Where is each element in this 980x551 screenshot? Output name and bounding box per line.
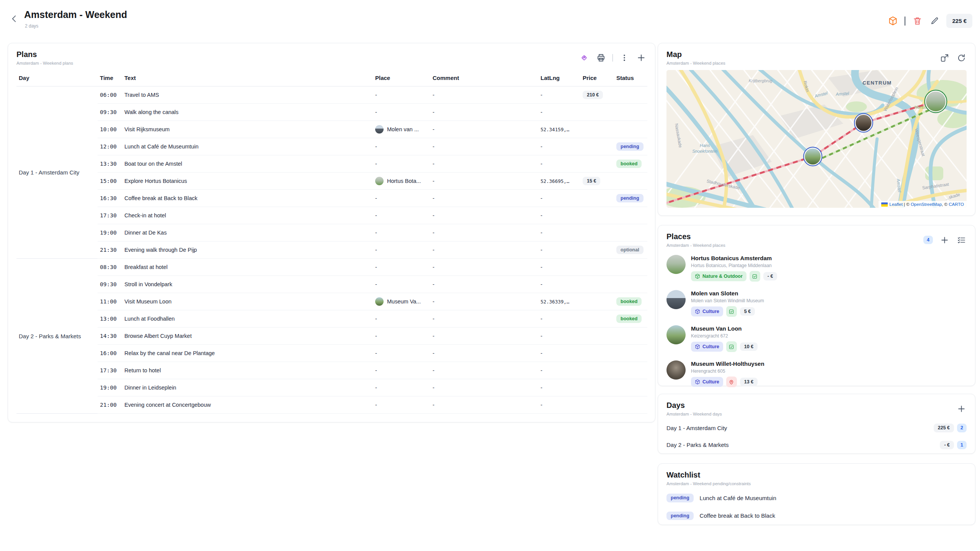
attribution-text: , © [942, 202, 949, 207]
map-marker[interactable] [804, 147, 822, 166]
visited-check-badge [726, 341, 737, 352]
plan-row[interactable]: 11:00Visit Museum LoonMuseum Va...-52.36… [16, 293, 647, 310]
plan-row[interactable]: 19:00Dinner in Leidseplein--- [16, 379, 647, 396]
back-button[interactable] [8, 13, 20, 24]
delete-trip-button[interactable] [912, 16, 923, 26]
plan-text: Travel to AMS [122, 86, 373, 104]
plan-text: Explore Hortus Botanicus [122, 173, 373, 190]
plan-time: 19:00 [98, 224, 122, 241]
plan-row[interactable]: 09:30Stroll in Vondelpark--- [16, 276, 647, 293]
place-avatar [375, 297, 384, 306]
kebab-menu-icon [620, 54, 629, 62]
attribution-link[interactable]: OpenStreetMap [911, 202, 942, 207]
more-menu-button[interactable] [619, 52, 630, 63]
plan-row[interactable]: Day 2 - Parks & Markets08:30Breakfast at… [16, 259, 647, 276]
map-marker[interactable] [854, 114, 872, 132]
attribution-link[interactable]: CARTO [949, 202, 964, 207]
plan-time: 21:00 [98, 396, 122, 414]
plan-row[interactable]: 17:30Return to hotel--- [16, 362, 647, 379]
plan-row[interactable]: 10:00Visit RijksmuseumMolen van ...-52.3… [16, 121, 647, 138]
plan-status [614, 121, 647, 138]
plan-price [580, 138, 614, 155]
column-header: Place [373, 71, 430, 86]
plan-row[interactable]: 19:00Dinner at De Kas--- [16, 224, 647, 241]
plan-row[interactable]: 16:00Relax by the canal near De Plantage… [16, 345, 647, 362]
plan-status: booked [614, 293, 647, 310]
place-list-item[interactable]: Molen van SlotenMolen van Sloten Windmil… [658, 286, 975, 321]
route-button[interactable] [579, 52, 590, 63]
places-list-view-button[interactable] [956, 235, 967, 245]
price-badge: 210 € [583, 91, 603, 99]
status-badge: pending [666, 512, 694, 520]
status-badge: pending [616, 142, 644, 151]
plan-text: Lunch at Café de Museumtuin [122, 138, 373, 155]
plan-row[interactable]: 13:00Lunch at Foodhallen---booked [16, 310, 647, 328]
plan-price [580, 190, 614, 207]
plan-row[interactable]: 21:00Evening concert at Concertgebouw--- [16, 396, 647, 414]
place-avatar [666, 290, 686, 309]
days-list: Day 1 - Amsterdam City225 €2Day 2 - Park… [658, 419, 975, 453]
days-toolbar [956, 401, 967, 414]
place-address: Keizersgracht 672 [691, 333, 758, 339]
places-list: Hortus Botanicus AmsterdamHortus Botanic… [658, 251, 975, 391]
add-day-button[interactable] [956, 403, 967, 414]
attribution-link[interactable]: Leaflet [889, 202, 903, 207]
day-list-item[interactable]: Day 2 - Parks & Markets- €1 [658, 437, 975, 454]
map-label: Snoekfontein [692, 149, 717, 153]
plan-row[interactable]: 21:30Evening walk through De Pijp---opti… [16, 241, 647, 259]
pin-badge [726, 377, 737, 387]
status-badge: optional [616, 246, 644, 254]
plan-time: 17:30 [98, 362, 122, 379]
plan-row[interactable]: 15:00Explore Hortus BotanicusHortus Bota… [16, 173, 647, 190]
visited-check-badge [750, 271, 760, 282]
day-count-badge: 1 [957, 441, 967, 450]
map-canvas[interactable]: KrijtbergbrugRokinAmstelAmstelCENTRUMWat… [666, 70, 967, 208]
plan-row[interactable]: 12:00Lunch at Café de Museumtuin---pendi… [16, 138, 647, 155]
print-button[interactable] [596, 52, 606, 63]
place-list-item[interactable]: Museum Willet-HolthuysenHerengracht 605C… [658, 356, 975, 391]
plan-place: - [373, 104, 430, 121]
plan-latlng: 52.36695,… [538, 173, 580, 190]
plan-price [580, 362, 614, 379]
watchlist-item[interactable]: pendingLunch at Café de Museumtuin [658, 489, 975, 507]
add-plan-button[interactable] [636, 52, 647, 63]
plan-comment: - [430, 379, 538, 396]
expand-map-button[interactable] [939, 52, 950, 63]
plan-row[interactable]: 09:30Walk along the canals--- [16, 104, 647, 121]
plan-comment: - [430, 138, 538, 155]
place-list-item[interactable]: Hortus Botanicus AmsterdamHortus Botanic… [658, 251, 975, 286]
plan-text: Visit Rijksmuseum [122, 121, 373, 138]
plan-place: - [373, 207, 430, 224]
plan-comment: - [430, 276, 538, 293]
plan-place: - [373, 328, 430, 345]
plan-row[interactable]: 13:30Boat tour on the Amstel---booked [16, 155, 647, 173]
plan-row[interactable]: Day 1 - Amsterdam City06:00Travel to AMS… [16, 86, 647, 104]
plan-latlng: - [538, 241, 580, 259]
refresh-icon [957, 54, 966, 62]
divider [612, 54, 613, 62]
place-list-item[interactable]: Museum Van LoonKeizersgracht 672Culture1… [658, 321, 975, 356]
map-label: Amstel [835, 91, 849, 97]
package-button[interactable] [887, 16, 898, 26]
plan-row[interactable]: 17:30Check-in at hotel--- [16, 207, 647, 224]
plan-comment: - [430, 155, 538, 173]
refresh-map-button[interactable] [956, 52, 967, 63]
plan-row[interactable]: 16:30Coffee break at Back to Black---pen… [16, 190, 647, 207]
place-name: Hortus Bota... [387, 178, 421, 184]
plan-price [580, 379, 614, 396]
places-card: Places Amsterdam - Weekend places 4 Hort… [658, 225, 975, 386]
watchlist-item[interactable]: pendingCoffee break at Back to Black [658, 507, 975, 525]
package-icon [695, 274, 700, 279]
add-place-button[interactable] [939, 235, 950, 245]
day-list-item[interactable]: Day 1 - Amsterdam City225 €2 [658, 419, 975, 437]
plan-place: Molen van ... [373, 121, 430, 138]
column-header: Comment [430, 71, 538, 86]
map-marker[interactable] [925, 90, 947, 112]
package-icon [695, 309, 700, 314]
printer-icon [596, 53, 606, 62]
status-badge: pending [666, 494, 694, 502]
edit-trip-button[interactable] [929, 16, 940, 26]
plan-status [614, 86, 647, 104]
plan-text: Coffee break at Back to Black [122, 190, 373, 207]
plan-row[interactable]: 14:30Browse Albert Cuyp Market--- [16, 328, 647, 345]
